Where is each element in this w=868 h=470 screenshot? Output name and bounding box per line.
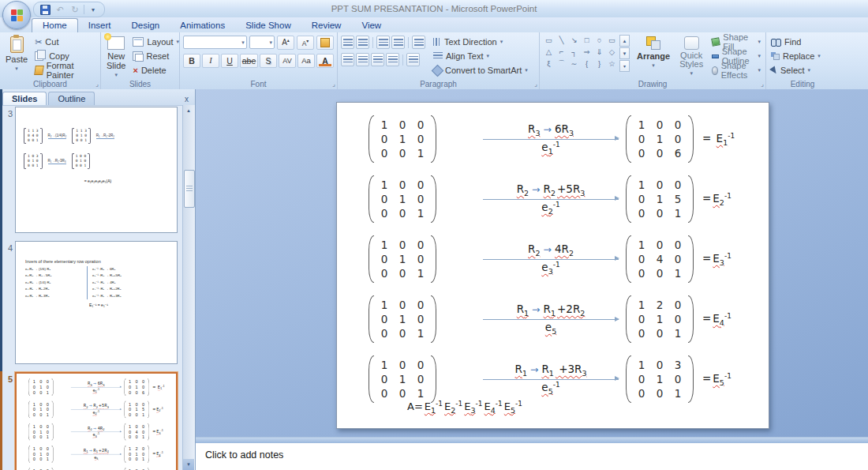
scroll-up-button[interactable]: ▲	[183, 105, 194, 116]
gallery-up-button[interactable]: ▲	[619, 35, 630, 47]
text-direction-button[interactable]: Text Direction ▾	[432, 35, 529, 49]
convert-smartart-button[interactable]: Convert to SmartArt ▾	[432, 63, 529, 77]
tab-design[interactable]: Design	[121, 19, 170, 32]
term: R3	[528, 122, 540, 135]
new-slide-button[interactable]: New Slide ▾	[104, 35, 128, 80]
justify-button[interactable]	[386, 53, 399, 66]
shape-icon[interactable]: ∼	[568, 58, 580, 70]
align-right-button[interactable]	[371, 53, 384, 66]
save-button[interactable]	[39, 4, 51, 16]
panel-close-button[interactable]: x	[181, 95, 192, 105]
font-size-combo[interactable]: ▾	[249, 36, 275, 49]
find-button[interactable]: Find	[769, 35, 836, 49]
tab-insert[interactable]: Insert	[78, 19, 122, 32]
delete-button[interactable]: × Delete	[131, 63, 181, 77]
quick-styles-button[interactable]: Quick Styles ▾	[677, 35, 705, 78]
numbering-button[interactable]	[356, 36, 369, 49]
panel-tab-outline[interactable]: Outline	[48, 92, 95, 105]
notes-splitter[interactable]	[196, 437, 868, 443]
slide-5-thumbnail[interactable]: 100010001R3→6R3e1-1100010006= E1-1100010…	[15, 372, 178, 470]
tab-review[interactable]: Review	[301, 19, 352, 32]
shape-icon[interactable]: □	[581, 35, 593, 46]
decrease-indent-button[interactable]	[376, 36, 390, 49]
shape-icon[interactable]: }	[593, 58, 605, 70]
tab-home[interactable]: Home	[32, 18, 78, 32]
panel-scrollbar[interactable]: ▲ ▼	[182, 105, 195, 470]
matrix-cell: 1	[672, 326, 684, 340]
term: =	[152, 385, 157, 389]
redo-button[interactable]: ↻	[69, 4, 81, 16]
shape-icon[interactable]: ┐	[568, 47, 580, 58]
shape-effects-button[interactable]: Shape Effects ▾	[710, 63, 762, 77]
slide-3-thumbnail[interactable]: 1 1 30 4 00 0 1 R₂→(1/4)R₂ 1 1 30 1 00 0…	[15, 107, 178, 233]
change-case-button[interactable]: Aa	[297, 54, 315, 68]
strikethrough-button[interactable]: abe	[240, 54, 258, 68]
bold-button[interactable]: B	[183, 54, 200, 68]
office-button[interactable]	[2, 1, 31, 29]
scrollbar-thumb[interactable]	[184, 170, 195, 208]
shape-icon[interactable]: ⌒	[556, 58, 567, 70]
undo-button[interactable]: ↶	[54, 4, 66, 16]
shape-icon[interactable]: ▭	[606, 35, 618, 46]
underline-button[interactable]: U	[221, 54, 238, 68]
tab-slide-show[interactable]: Slide Show	[235, 19, 301, 32]
paragraph-dialog-launcher[interactable]: ⌟	[534, 81, 537, 88]
shape-icon[interactable]: ◇	[606, 47, 618, 58]
columns-button[interactable]	[406, 53, 420, 66]
cut-button[interactable]: ✂ Cut	[33, 35, 97, 49]
select-button[interactable]: Select ▾	[769, 63, 836, 77]
drawing-dialog-launcher[interactable]: ⌟	[761, 81, 764, 88]
arrange-button[interactable]: Arrange ▾	[634, 35, 672, 70]
matrix-cell: 1	[635, 238, 648, 252]
shape-icon[interactable]: ξ	[543, 58, 555, 70]
shape-icon[interactable]: ⇓	[593, 47, 605, 58]
gallery-down-button[interactable]: ▼	[619, 47, 630, 59]
clipboard-dialog-launcher[interactable]: ⌟	[95, 81, 99, 88]
slide-canvas[interactable]: 100010001R3→6R3e1-1100010006= E1-1100010…	[336, 102, 769, 429]
quick-access-toolbar: ↶ ↻ ▾	[33, 2, 105, 17]
slide-4-thumbnail[interactable]: Invers of there elementary row opration …	[15, 241, 178, 364]
format-painter-button[interactable]: Format Painter	[33, 63, 97, 77]
panel-tab-slides[interactable]: Slides	[2, 92, 47, 105]
clear-formatting-button[interactable]	[316, 36, 334, 50]
term: R2	[528, 243, 540, 255]
shape-icon[interactable]: ○	[593, 35, 605, 46]
paste-button[interactable]: Paste ▾	[3, 35, 30, 77]
shape-icon[interactable]: ⇒	[581, 47, 593, 58]
shape-icon[interactable]: {	[581, 58, 593, 70]
matrix-cell: 0	[635, 206, 648, 220]
bullets-button[interactable]	[341, 36, 354, 49]
shape-icon[interactable]: ▭	[543, 35, 555, 46]
shape-icon[interactable]: ╲	[556, 35, 567, 46]
scroll-down-button[interactable]: ▼	[183, 459, 194, 470]
tab-view[interactable]: View	[351, 19, 391, 32]
increase-indent-button[interactable]	[391, 36, 405, 49]
align-center-button[interactable]	[356, 53, 369, 66]
font-name-combo[interactable]: ▾	[183, 36, 247, 49]
shape-icon[interactable]: ⌐	[556, 47, 567, 58]
dropdown-icon: ▾	[690, 70, 693, 77]
replace-button[interactable]: Replace ▾	[769, 49, 836, 63]
gallery-more-button[interactable]: ▾	[619, 60, 630, 72]
term: +3R3	[556, 363, 587, 375]
shrink-font-button[interactable]: A▾	[297, 36, 314, 50]
align-text-button[interactable]: Align Text ▾	[432, 49, 529, 63]
layout-button[interactable]: Layout ▾	[131, 35, 181, 49]
italic-button[interactable]: I	[202, 54, 219, 68]
notes-pane[interactable]: Click to add notes	[196, 443, 868, 470]
grow-font-button[interactable]: A▴	[277, 36, 294, 50]
shape-icon[interactable]: ☆	[606, 58, 618, 70]
tab-animations[interactable]: Animations	[170, 19, 235, 32]
font-color-button[interactable]: A	[316, 54, 334, 68]
shape-icon[interactable]: ↘	[568, 35, 580, 46]
line-spacing-button[interactable]	[412, 36, 425, 49]
matrix-cell: 0	[653, 326, 666, 340]
text-shadow-button[interactable]: S	[260, 54, 277, 68]
character-spacing-button[interactable]: AV	[279, 54, 296, 68]
matrix-cell: 1	[653, 372, 666, 386]
reset-button[interactable]: Reset	[131, 49, 181, 63]
customize-qat-button[interactable]: ▾	[87, 4, 99, 16]
shape-icon[interactable]: △	[543, 47, 555, 58]
align-left-button[interactable]	[341, 53, 354, 66]
font-dialog-launcher[interactable]: ⌟	[332, 81, 335, 88]
